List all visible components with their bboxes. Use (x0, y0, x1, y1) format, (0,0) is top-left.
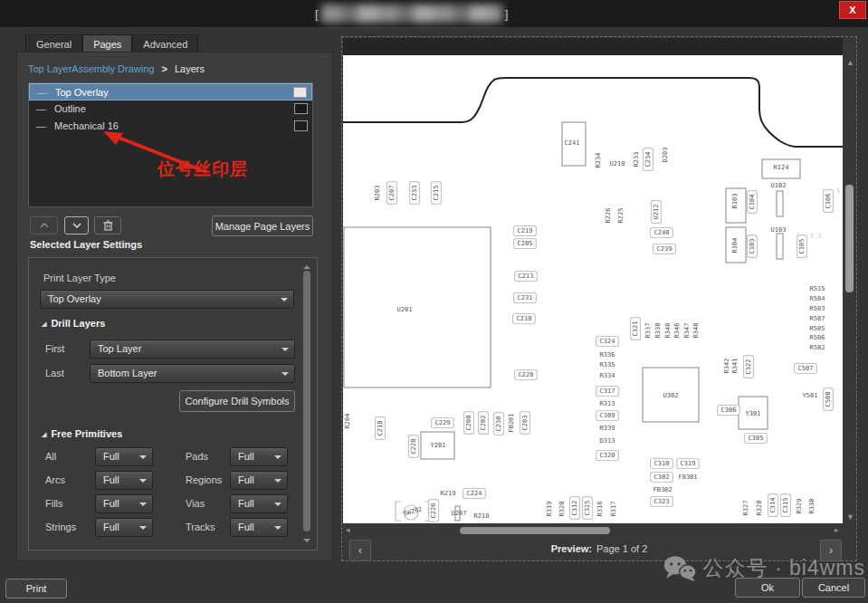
component-label: R320 (558, 502, 566, 517)
scroll-up-arrow-icon[interactable] (303, 262, 310, 269)
free-prim-dropdown-all[interactable]: Full (95, 447, 153, 466)
free-prim-dropdown-tracks[interactable]: Full (230, 518, 288, 537)
free-primitives-header[interactable]: ◢Free Primitives (42, 428, 122, 439)
move-layer-down-button[interactable] (64, 216, 89, 234)
component-label: D203 (662, 148, 669, 163)
print-button[interactable]: Print (5, 579, 67, 598)
component-label: R234 (595, 153, 602, 168)
preview-scroll-left-icon[interactable]: ◂ (346, 526, 350, 534)
component-outline (777, 234, 783, 259)
component-label: Y201 (431, 442, 446, 449)
component-label: C226 (430, 503, 437, 519)
preview-scroll-down-icon[interactable]: ▼ (846, 513, 854, 522)
component-label: FB301 (678, 474, 697, 481)
component-label: FB302 (653, 486, 672, 493)
preview-vscroll-thumb[interactable] (845, 185, 854, 292)
free-prim-label-all: All (45, 451, 56, 462)
component-label: C239 (657, 245, 672, 253)
component-label: C508 (825, 392, 832, 407)
preview-scroll-up-icon[interactable]: ▲ (846, 59, 854, 67)
component-label: C314 (769, 498, 777, 513)
layer-color-swatch[interactable] (294, 103, 308, 114)
breadcrumb-current: Layers (175, 63, 205, 74)
component-label: C205 (518, 240, 533, 247)
component-label: R218 (474, 512, 490, 520)
scroll-down-arrow-icon[interactable] (303, 539, 310, 546)
layer-color-swatch[interactable] (294, 120, 308, 131)
component-label: R330 (808, 499, 816, 514)
free-prim-dropdown-arcs[interactable]: Full (95, 471, 153, 490)
drill-layers-header[interactable]: ◢Drill Layers (42, 318, 105, 329)
breadcrumb-page-link[interactable]: Top LayerAssembly Drawing (28, 63, 154, 74)
preview-page-indicator: Page 1 of 2 (596, 543, 647, 554)
tab-general[interactable]: General (25, 34, 82, 52)
component-label: R319 (546, 502, 553, 517)
ok-button[interactable]: Ok (735, 578, 800, 598)
preview-pane: C241R234U210R233C234D203R203C207C233C215… (341, 36, 857, 561)
move-layer-up-button[interactable] (30, 216, 58, 234)
component-label: C325 (584, 501, 591, 516)
free-prim-dropdown-strings[interactable]: Full (95, 518, 153, 537)
component-label: C240 (654, 229, 670, 236)
free-prim-dropdown-pads[interactable]: Full (230, 447, 288, 466)
component-label: C321 (632, 321, 639, 337)
tab-strip: GeneralPagesAdvanced (25, 34, 198, 52)
wechat-icon (663, 555, 697, 582)
drill-last-dropdown[interactable]: Bottom Layer (90, 364, 295, 383)
settings-scrollbar-thumb[interactable] (303, 271, 310, 531)
component-label: R103 (731, 194, 739, 209)
layer-list: —Top Overlay—Outline—Mechanical 16 位号丝印层 (28, 82, 313, 207)
component-label: R204 (344, 414, 351, 429)
previous-page-button[interactable]: ‹ (349, 540, 371, 561)
component-label: U201 (397, 306, 413, 313)
pcb-preview-svg: C241R234U210R233C234D203R203C207C233C215… (343, 55, 843, 523)
component-label: R219 (441, 490, 456, 497)
tab-advanced[interactable]: Advanced (132, 34, 198, 52)
delete-layer-button[interactable] (94, 216, 121, 234)
component-label: C203 (521, 416, 529, 431)
print-dialog: [ ] X GeneralPagesAdvanced Top LayerAsse… (0, 0, 868, 603)
configure-drill-symbols-button[interactable]: Configure Drill Symbols (179, 390, 295, 412)
preview-scroll-right-icon[interactable]: ▸ (835, 526, 839, 534)
component-label: C229 (435, 419, 451, 426)
free-prim-dropdown-regions[interactable]: Full (230, 471, 288, 490)
title-blur (321, 5, 502, 23)
free-prim-label-vias: Vias (186, 498, 205, 509)
layer-row-outline[interactable]: —Outline (29, 100, 312, 118)
chevron-down-icon (72, 223, 81, 228)
component-label: C310 (654, 460, 670, 467)
pcb-preview-page: C241R234U210R233C234D203R203C207C233C215… (343, 55, 843, 523)
component-label: C241 (565, 139, 580, 147)
layer-color-swatch[interactable] (293, 87, 307, 98)
manage-page-layers-button[interactable]: Manage Page Layers (212, 215, 313, 236)
preview-status: Preview:Page 1 of 2 (342, 543, 856, 554)
component-label: 5 (836, 187, 840, 195)
print-layer-type-dropdown[interactable]: Top Overlay (40, 290, 294, 309)
component-label: D313 (600, 437, 615, 445)
component-label: C507 (798, 365, 814, 372)
cancel-button[interactable]: Cancel (802, 578, 865, 598)
component-label: C210 (517, 315, 532, 322)
layer-name: Outline (54, 103, 86, 114)
settings-scrollbar[interactable] (301, 262, 313, 546)
component-label: R342 (723, 359, 730, 374)
component-label: C323 (654, 498, 670, 505)
component-label: C302 (654, 474, 670, 481)
tab-pages[interactable]: Pages (82, 34, 132, 52)
title-bracket-left: [ (315, 7, 319, 21)
preview-hscroll-thumb[interactable] (460, 527, 610, 534)
layer-row-top-overlay[interactable]: —Top Overlay (29, 83, 312, 100)
free-prim-dropdown-vias[interactable]: Full (230, 494, 288, 513)
component-label: C231 (518, 294, 533, 302)
free-prim-dropdown-fills[interactable]: Full (95, 494, 153, 513)
layer-name: Mechanical 16 (54, 120, 119, 131)
layer-row-mechanical-16[interactable]: —Mechanical 16 (29, 118, 312, 135)
breadcrumb: Top LayerAssembly Drawing > Layers (28, 63, 205, 74)
drill-first-dropdown[interactable]: Top Layer (90, 340, 295, 359)
close-button[interactable]: X (839, 1, 866, 19)
component-label: R347 (683, 323, 691, 339)
component-label: R504 (810, 295, 825, 302)
component-label: C233 (411, 186, 418, 201)
component-label: C208 (465, 416, 472, 431)
component-label: C309 (600, 412, 615, 419)
